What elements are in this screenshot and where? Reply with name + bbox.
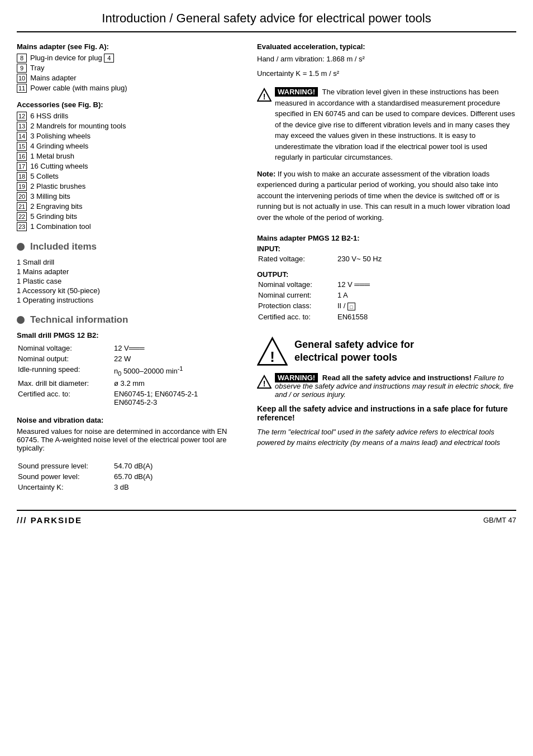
table-row: Nominal current: 1 A xyxy=(258,290,515,300)
item-num: 17 xyxy=(17,162,27,171)
table-row: Sound power level: 65.70 dB(A) xyxy=(18,472,239,481)
note-label: Note: xyxy=(257,170,275,178)
spec-value: EN60745-1; EN60745-2-1EN60745-2-3 xyxy=(114,389,239,407)
item-text: 1 Combination tool xyxy=(30,222,91,231)
warning-triangle-icon-2: ! xyxy=(257,375,272,389)
svg-text:!: ! xyxy=(270,348,275,364)
spec-label: Nominal voltage: xyxy=(258,280,336,289)
item-num: 14 xyxy=(17,132,27,141)
input-specs: Rated voltage: 230 V~ 50 Hz xyxy=(257,253,516,265)
item-text: Power cable (with mains plug) xyxy=(30,84,127,92)
table-row: Nominal output: 22 W xyxy=(18,354,239,363)
table-row: Certified acc. to: EN61558 xyxy=(258,312,515,322)
spec-value: n0 5000–20000 min-1 xyxy=(114,365,239,377)
warning-triangle-icon: ! xyxy=(257,88,272,102)
page-number: GB/MT 47 xyxy=(483,516,516,524)
eval-title: Evaluated acceleration, typical: xyxy=(257,42,516,51)
spec-value: 65.70 dB(A) xyxy=(114,472,239,481)
keep-all-title: Keep all the safety advice and instructi… xyxy=(257,404,516,422)
list-item: 203 Milling bits xyxy=(17,192,240,201)
spec-label: Certified acc. to: xyxy=(18,389,113,407)
bullet-icon xyxy=(17,243,25,251)
small-drill-title: Small drill PMGS 12 B2: xyxy=(17,331,240,339)
item-num: 22 xyxy=(17,212,27,221)
item-text: 5 Grinding bits xyxy=(30,212,77,221)
list-item: 161 Metal brush xyxy=(17,152,240,161)
spec-label: Nominal output: xyxy=(18,354,113,363)
item-text: 5 Collets xyxy=(30,172,59,180)
item-num: 12 xyxy=(17,112,27,121)
warning-label-2: WARNING! xyxy=(275,373,318,382)
item-num: 11 xyxy=(17,84,27,93)
item-text: 3 Polishing wheels xyxy=(30,132,91,140)
list-item: 225 Grinding bits xyxy=(17,212,240,221)
item-num: 23 xyxy=(17,222,27,231)
list-item: 132 Mandrels for mounting tools xyxy=(17,122,240,131)
mains-adapter-pmgs-section: Mains adapter PMGS 12 B2-1: INPUT: Rated… xyxy=(257,234,516,323)
noise-intro: Measured values for noise are determined… xyxy=(17,427,240,452)
svg-text:!: ! xyxy=(263,379,266,388)
spec-value: 12 V═══ xyxy=(114,343,239,353)
general-safety-triangle-icon: ! xyxy=(257,336,288,367)
item-text: 2 Engraving bits xyxy=(30,202,82,210)
item-text: Mains adapter xyxy=(30,74,76,82)
list-item: 11 Power cable (with mains plug) xyxy=(17,84,240,93)
list-item: 126 HSS drills xyxy=(17,112,240,121)
item-text: 3 Milling bits xyxy=(30,192,70,200)
svg-text:!: ! xyxy=(263,92,266,101)
item-num: 10 xyxy=(17,74,27,83)
included-items-heading: Included items xyxy=(17,241,240,252)
spec-value: 1 A xyxy=(337,290,515,300)
output-title: OUTPUT: xyxy=(257,270,516,279)
table-row: Max. drill bit diameter: ø 3.2 mm xyxy=(18,379,239,388)
table-row: Nominal voltage: 12 V ═══ xyxy=(258,280,515,289)
item-text: 2 Plastic brushes xyxy=(30,182,85,190)
accessories-title: Accessories (see Fig. B): xyxy=(17,101,240,109)
accessories-list: 126 HSS drills 132 Mandrels for mounting… xyxy=(17,112,240,231)
list-item: 1 Small drill xyxy=(17,258,240,266)
general-safety-section: ! General safety advice forelectrical po… xyxy=(257,336,516,367)
item-num: 20 xyxy=(17,192,27,201)
spec-label: Rated voltage: xyxy=(258,254,336,264)
item-num: 9 xyxy=(17,64,27,73)
list-item: 1 Plastic case xyxy=(17,277,240,285)
included-items-list: 1 Small drill 1 Mains adapter 1 Plastic … xyxy=(17,258,240,304)
item-text: 6 HSS drills xyxy=(30,112,68,120)
table-row: Certified acc. to: EN60745-1; EN60745-2-… xyxy=(18,389,239,407)
table-row: Uncertainty K: 3 dB xyxy=(18,482,239,492)
item-num: 13 xyxy=(17,122,27,131)
spec-label: Certified acc. to: xyxy=(258,312,336,322)
warning-label: WARNING! xyxy=(275,87,318,97)
spec-label: Max. drill bit diameter: xyxy=(18,379,113,388)
eval-text1: Hand / arm vibration: 1.868 m / s² xyxy=(257,54,516,65)
item-text: 4 Grinding wheels xyxy=(30,142,88,150)
technical-info-heading: Technical information xyxy=(17,314,240,326)
small-drill-specs: Nominal voltage: 12 V═══ Nominal output:… xyxy=(17,342,240,408)
list-item: 185 Collets xyxy=(17,172,240,181)
list-item: 8 Plug-in device for plug 4 xyxy=(17,54,240,63)
warning-text-1: WARNING! The vibration level given in th… xyxy=(275,87,516,163)
spec-value: II / □ xyxy=(337,301,515,311)
list-item: 9 Tray xyxy=(17,64,240,73)
general-safety-title: General safety advice forelectrical powe… xyxy=(294,338,414,365)
item-num: 19 xyxy=(17,182,27,191)
list-item: 212 Engraving bits xyxy=(17,202,240,211)
item-num: 18 xyxy=(17,172,27,181)
page-title: Introduction / General safety advice for… xyxy=(17,11,516,32)
list-item: 231 Combination tool xyxy=(17,222,240,231)
noise-intro-text: Measured values for noise are determined… xyxy=(17,427,240,452)
spec-value: 3 dB xyxy=(114,482,239,492)
list-item: 1716 Cutting wheels xyxy=(17,162,240,171)
mains-adapter-title: Mains adapter (see Fig. A): xyxy=(17,42,240,51)
table-row: Protection class: II / □ xyxy=(258,301,515,311)
eval-text2: Uncertainty K = 1.5 m / s² xyxy=(257,68,516,79)
warning-box-1: ! WARNING! The vibration level given in … xyxy=(257,87,516,163)
left-column: Mains adapter (see Fig. A): 8 Plug-in de… xyxy=(17,42,240,499)
spec-label: Sound power level: xyxy=(18,472,113,481)
spec-label: Nominal voltage: xyxy=(18,343,113,353)
spec-value: 54.70 dB(A) xyxy=(114,461,239,471)
spec-label: Sound pressure level: xyxy=(18,461,113,471)
item-text: 2 Mandrels for mounting tools xyxy=(30,122,126,130)
table-row: Rated voltage: 230 V~ 50 Hz xyxy=(258,254,515,264)
note-text: If you wish to make an accurate assessme… xyxy=(257,170,510,222)
